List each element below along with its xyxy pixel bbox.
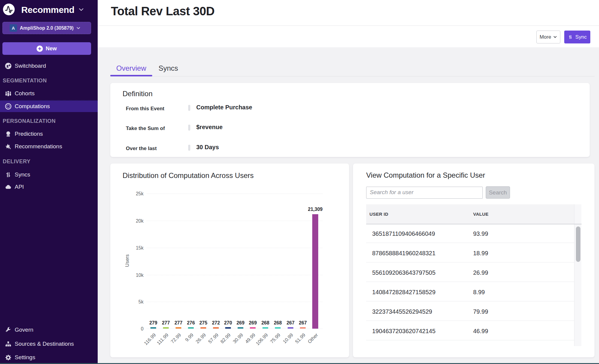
svg-text:272: 272 (212, 320, 220, 325)
svg-text:9.99: 9.99 (184, 332, 194, 342)
svg-text:Distribution of Computation Ac: Distribution of Computation Across Users (123, 171, 254, 179)
svg-text:Other: Other (307, 332, 319, 345)
svg-text:15k: 15k (136, 245, 144, 250)
svg-text:82.99: 82.99 (219, 332, 231, 344)
svg-text:116.99: 116.99 (143, 332, 157, 346)
svg-text:Users: Users (125, 254, 130, 267)
svg-text:10k: 10k (136, 273, 144, 278)
svg-text:25k: 25k (136, 191, 144, 196)
svg-text:277: 277 (174, 320, 182, 325)
svg-text:72.99: 72.99 (170, 332, 182, 344)
svg-text:279: 279 (149, 320, 157, 325)
svg-text:57.99: 57.99 (207, 332, 219, 344)
svg-text:21,309: 21,309 (308, 207, 323, 212)
svg-text:269: 269 (249, 320, 257, 325)
svg-text:270: 270 (224, 320, 232, 325)
svg-text:20k: 20k (136, 218, 144, 223)
svg-text:75.99: 75.99 (269, 332, 281, 344)
svg-text:26.99: 26.99 (195, 332, 207, 344)
svg-text:111.99: 111.99 (156, 332, 169, 346)
svg-text:267: 267 (299, 320, 307, 325)
svg-text:10.99: 10.99 (282, 332, 294, 344)
svg-text:268: 268 (274, 320, 282, 325)
svg-text:277: 277 (162, 320, 170, 325)
svg-text:269: 269 (236, 320, 245, 325)
svg-text:276: 276 (187, 320, 195, 325)
svg-text:30.99: 30.99 (232, 332, 244, 344)
svg-text:51.99: 51.99 (294, 332, 306, 344)
svg-text:268: 268 (261, 320, 269, 325)
svg-text:106.99: 106.99 (255, 332, 269, 346)
svg-text:49.99: 49.99 (244, 332, 256, 344)
svg-text:0: 0 (141, 326, 144, 331)
svg-text:267: 267 (286, 320, 295, 325)
svg-text:275: 275 (199, 320, 207, 325)
svg-text:5k: 5k (138, 299, 144, 304)
